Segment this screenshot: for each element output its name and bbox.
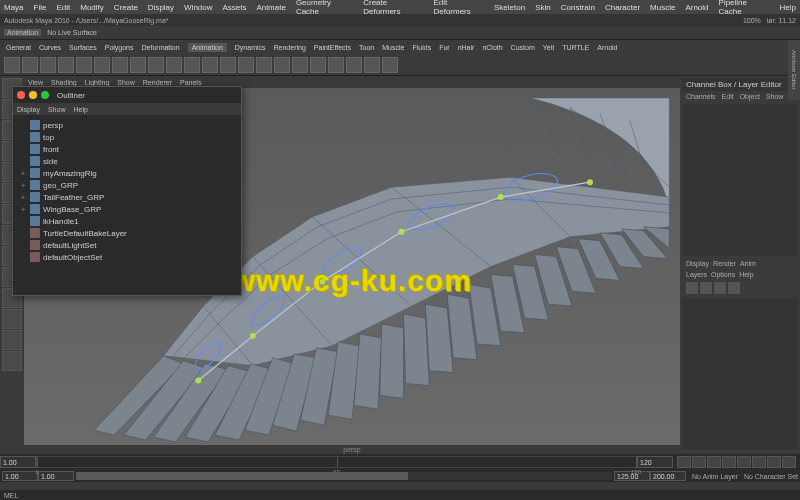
menu-display[interactable]: Display	[148, 3, 174, 12]
timeline-track[interactable]: 1 60 120	[36, 456, 637, 468]
range-start-input[interactable]	[2, 471, 38, 481]
outliner-menu-display[interactable]: Display	[17, 106, 40, 113]
outliner-titlebar[interactable]: Outliner	[13, 87, 241, 103]
time-slider[interactable]: 1 60 120	[0, 454, 800, 470]
layer-icon[interactable]	[714, 282, 726, 294]
outliner-item[interactable]: +WingBase_GRP	[17, 203, 237, 215]
menu-geometry-cache[interactable]: Geometry Cache	[296, 0, 353, 16]
layer-menu-options[interactable]: Options	[711, 271, 735, 278]
cb-tab-show[interactable]: Show	[766, 93, 784, 100]
shelf-tab-nhair[interactable]: nHair	[458, 44, 475, 51]
layer-icon[interactable]	[700, 282, 712, 294]
menu-edit-deformers[interactable]: Edit Deformers	[433, 0, 484, 16]
outliner-item[interactable]: TurtleDefaultBakeLayer	[17, 227, 237, 239]
shelf-icon[interactable]	[94, 57, 110, 73]
shelf-icon[interactable]	[292, 57, 308, 73]
layer-icon[interactable]	[686, 282, 698, 294]
outliner-item[interactable]: defaultObjectSet	[17, 251, 237, 263]
vp-menu-panels[interactable]: Panels	[180, 79, 201, 86]
menu-file[interactable]: File	[34, 3, 47, 12]
shelf-tab-turtle[interactable]: TURTLE	[562, 44, 589, 51]
shelf-icon[interactable]	[238, 57, 254, 73]
shelf-icon[interactable]	[58, 57, 74, 73]
layout-tool[interactable]	[2, 309, 22, 329]
end-frame-input[interactable]	[637, 456, 673, 468]
shelf-tab-fur[interactable]: Fur	[439, 44, 450, 51]
outliner-menu-show[interactable]: Show	[48, 106, 66, 113]
menu-constrain[interactable]: Constrain	[561, 3, 595, 12]
outliner-item[interactable]: +TailFeather_GRP	[17, 191, 237, 203]
range-track[interactable]	[76, 472, 612, 480]
menu-assets[interactable]: Assets	[223, 3, 247, 12]
shelf-icon[interactable]	[328, 57, 344, 73]
shelf-icon[interactable]	[166, 57, 182, 73]
shelf-icon[interactable]	[310, 57, 326, 73]
layout-tool[interactable]	[2, 330, 22, 350]
shelf-icon[interactable]	[4, 57, 20, 73]
range-end-input[interactable]	[650, 471, 686, 481]
menu-maya[interactable]: Maya	[4, 3, 24, 12]
shelf-icon[interactable]	[76, 57, 92, 73]
menu-edit[interactable]: Edit	[56, 3, 70, 12]
rewind-button[interactable]	[677, 456, 691, 468]
menu-help[interactable]: Help	[780, 3, 796, 12]
shelf-icon[interactable]	[112, 57, 128, 73]
shelf-tab-animation[interactable]: Animation	[188, 43, 227, 52]
layer-icon[interactable]	[728, 282, 740, 294]
outliner-menu-help[interactable]: Help	[73, 106, 87, 113]
menu-animate[interactable]: Animate	[257, 3, 286, 12]
menu-skeleton[interactable]: Skeleton	[494, 3, 525, 12]
shelf-icon[interactable]	[346, 57, 362, 73]
range-start-input2[interactable]	[38, 471, 74, 481]
vp-menu-shading[interactable]: Shading	[51, 79, 77, 86]
key-back-button[interactable]	[707, 456, 721, 468]
outliner-item[interactable]: +myAmazingRig	[17, 167, 237, 179]
key-forward-button[interactable]	[752, 456, 766, 468]
shelf-icon[interactable]	[256, 57, 272, 73]
no-anim-layer[interactable]: No Anim Layer	[692, 473, 738, 480]
range-slider[interactable]: No Anim Layer No Character Set	[0, 470, 800, 482]
cb-tab-edit[interactable]: Edit	[722, 93, 734, 100]
shelf-tab-curves[interactable]: Curves	[39, 44, 61, 51]
shelf-tab-rendering[interactable]: Rendering	[274, 44, 306, 51]
outliner-item[interactable]: +geo_GRP	[17, 179, 237, 191]
layer-tab-display[interactable]: Display	[686, 260, 709, 267]
shelf-icon[interactable]	[382, 57, 398, 73]
forward-end-button[interactable]	[782, 456, 796, 468]
shelf-tab-general[interactable]: General	[6, 44, 31, 51]
no-character-set[interactable]: No Character Set	[744, 473, 798, 480]
layer-menu-layers[interactable]: Layers	[686, 271, 707, 278]
layout-tool[interactable]	[2, 351, 22, 371]
play-forward-button[interactable]	[737, 456, 751, 468]
command-language[interactable]: MEL	[4, 492, 18, 499]
vp-menu-lighting[interactable]: Lighting	[85, 79, 110, 86]
menu-muscle[interactable]: Muscle	[650, 3, 675, 12]
vp-menu-view[interactable]: View	[28, 79, 43, 86]
outliner-item[interactable]: persp	[17, 119, 237, 131]
menu-create[interactable]: Create	[114, 3, 138, 12]
shelf-tab-ncloth[interactable]: nCloth	[482, 44, 502, 51]
play-back-button[interactable]	[722, 456, 736, 468]
shelf-icon[interactable]	[22, 57, 38, 73]
shelf-tab-painteffects[interactable]: PaintEffects	[314, 44, 351, 51]
outliner-item[interactable]: top	[17, 131, 237, 143]
shelf-icon[interactable]	[184, 57, 200, 73]
step-back-button[interactable]	[692, 456, 706, 468]
maximize-icon[interactable]	[41, 91, 49, 99]
attribute-editor-tab[interactable]: Attribute Editor	[788, 40, 800, 100]
vp-menu-show[interactable]: Show	[117, 79, 135, 86]
menu-arnold[interactable]: Arnold	[685, 3, 708, 12]
shelf-tab-fluids[interactable]: Fluids	[412, 44, 431, 51]
minimize-icon[interactable]	[29, 91, 37, 99]
shelf-tab-dynamics[interactable]: Dynamics	[235, 44, 266, 51]
layer-menu-help[interactable]: Help	[739, 271, 753, 278]
shelf-icon[interactable]	[202, 57, 218, 73]
shelf-icon[interactable]	[364, 57, 380, 73]
shelf-tab-arnold[interactable]: Arnold	[597, 44, 617, 51]
menu-character[interactable]: Character	[605, 3, 640, 12]
shelf-tab-surfaces[interactable]: Surfaces	[69, 44, 97, 51]
outliner-item[interactable]: ikHandle1	[17, 215, 237, 227]
close-icon[interactable]	[17, 91, 25, 99]
shelf-icon[interactable]	[130, 57, 146, 73]
shelf-icon[interactable]	[148, 57, 164, 73]
